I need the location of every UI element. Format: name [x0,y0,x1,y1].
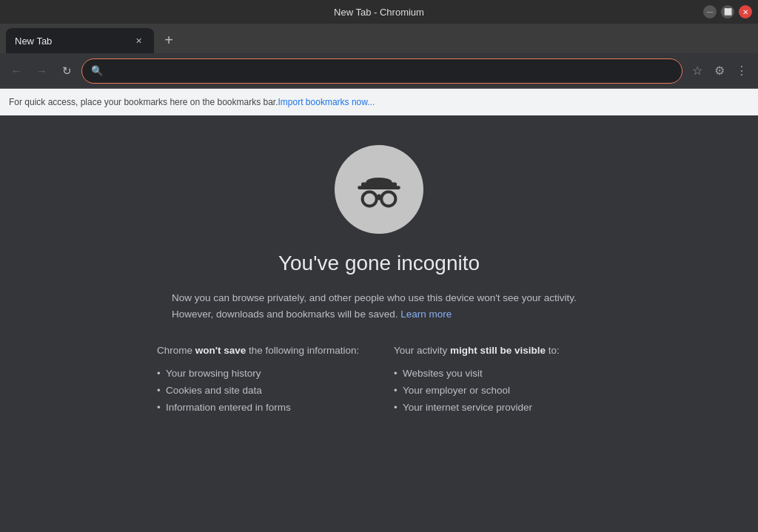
list-item: Cookies and site data [157,383,364,400]
visible-list: Websites you visit Your employer or scho… [394,366,601,417]
incognito-description: Now you can browse privately, and other … [172,290,586,322]
address-input[interactable] [109,65,673,77]
visible-bold: might still be visible [450,345,546,356]
svg-rect-2 [358,186,400,189]
tab-bar: New Tab ✕ + [0,24,758,53]
incognito-icon [335,145,423,234]
toolbar-actions: ☆ ⚙ ⋮ [687,61,752,81]
svg-point-4 [363,192,377,206]
wont-save-list: Your browsing history Cookies and site d… [157,366,364,417]
search-icon: 🔍 [91,65,103,76]
bookmark-button[interactable]: ☆ [687,61,708,81]
list-item: Your internet service provider [394,400,601,417]
tab-close-button[interactable]: ✕ [132,34,145,47]
tab-title: New Tab [15,36,126,47]
wont-save-bold: won't save [195,345,246,356]
incognito-title: You've gone incognito [278,252,480,275]
learn-more-link[interactable]: Learn more [400,309,452,320]
svg-point-1 [366,178,392,187]
description-text: Now you can browse privately, and other … [172,292,577,320]
bookmarks-bar-text: For quick access, place your bookmarks h… [9,97,278,107]
wont-save-header: Chrome won't save the following informat… [157,343,364,360]
visible-header: Your activity might still be visible to: [394,343,601,360]
toolbar: ← → ↻ 🔍 ☆ ⚙ ⋮ [0,53,758,89]
list-item: Information entered in forms [157,400,364,417]
menu-button[interactable]: ⋮ [731,61,752,81]
visible-normal: Your activity [394,345,450,356]
visible-column: Your activity might still be visible to:… [394,343,601,417]
list-item: Your employer or school [394,383,601,400]
bookmarks-bar: For quick access, place your bookmarks h… [0,89,758,115]
info-columns: Chrome won't save the following informat… [157,343,601,417]
window-controls [703,5,752,18]
svg-point-5 [381,192,395,206]
minimize-button[interactable] [703,5,717,18]
maximize-button[interactable] [721,5,734,18]
incognito-svg [349,160,409,219]
title-bar: New Tab - Chromium [0,0,758,24]
list-item: Websites you visit [394,366,601,383]
wont-save-column: Chrome won't save the following informat… [157,343,364,417]
reload-button[interactable]: ↻ [56,61,77,81]
wont-save-end: the following information: [246,345,359,356]
import-bookmarks-link[interactable]: Import bookmarks now... [278,97,375,107]
address-bar[interactable]: 🔍 [81,58,682,84]
active-tab[interactable]: New Tab ✕ [6,28,154,53]
forward-button[interactable]: → [31,61,52,81]
extension-button[interactable]: ⚙ [709,61,730,81]
close-button[interactable] [739,5,752,18]
window-title: New Tab - Chromium [334,7,424,18]
back-button[interactable]: ← [6,61,27,81]
main-content: You've gone incognito Now you can browse… [0,115,758,532]
new-tab-button[interactable]: + [158,30,179,50]
wont-save-normal: Chrome [157,345,195,356]
list-item: Your browsing history [157,366,364,383]
visible-end: to: [546,345,560,356]
